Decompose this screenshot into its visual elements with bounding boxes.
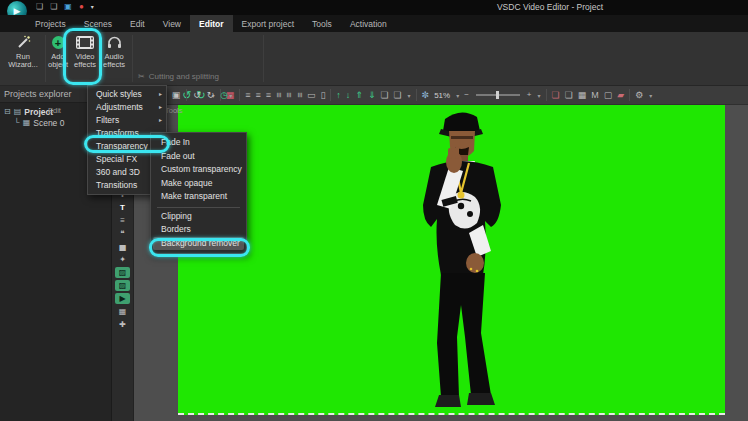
zoom-in-icon[interactable]: + — [527, 89, 532, 101]
add-object-icon: + — [52, 34, 65, 51]
align-right-icon[interactable]: ≡ — [266, 89, 271, 101]
menu-item-filters[interactable]: Filters▸ — [88, 114, 166, 127]
submenu-arrow-icon: ▸ — [159, 88, 162, 101]
zoom-level-value[interactable]: 51% — [434, 91, 450, 100]
image2-object-icon[interactable]: ▨ — [115, 280, 130, 291]
settings-caret-icon[interactable]: ▾ — [649, 92, 652, 99]
paste-icon[interactable]: ❏ — [380, 89, 388, 101]
ribbon: Run Wizard... + Add object Video effects… — [0, 32, 748, 86]
headphones-icon — [107, 34, 122, 51]
menu-edit[interactable]: Edit — [121, 15, 154, 32]
save-project-icon[interactable]: ▣ — [64, 1, 72, 13]
rotate-cw-icon[interactable]: ↻ — [207, 90, 215, 100]
transparency-submenu: Fade In Fade out Custom transparency Mak… — [150, 132, 247, 254]
fit-height-icon[interactable]: ▯ — [320, 89, 325, 101]
fill-icon[interactable]: ▰ — [617, 89, 624, 101]
fit-width-icon[interactable]: ▭ — [307, 89, 316, 101]
menu-item-fade-in[interactable]: Fade In — [151, 136, 246, 150]
zoom-slider-thumb[interactable] — [496, 91, 499, 99]
selection-icon[interactable]: ▢ — [604, 89, 613, 101]
paste-caret-icon[interactable]: ▾ — [408, 92, 411, 99]
menu-item-background-remover[interactable]: Background remover — [153, 237, 244, 251]
new-project-icon[interactable]: ❏ — [36, 1, 43, 13]
film-icon — [76, 34, 94, 51]
vsdc-window: ▶ ❏ ❏ ▣ ● ▾ VSDC Video Editor - Project … — [0, 0, 748, 421]
submenu-arrow-icon: ▸ — [159, 101, 162, 114]
send-back-icon[interactable]: ⇓ — [368, 89, 376, 101]
move-down-icon[interactable]: ↓ — [346, 89, 351, 101]
menu-item-clipping[interactable]: Clipping — [151, 210, 246, 224]
group-objects-icon[interactable]: ❏ — [552, 89, 560, 101]
snap-icon[interactable]: ✼ — [422, 89, 430, 101]
settings-gear-icon[interactable]: ⚙ — [635, 89, 643, 101]
add-object-button[interactable]: + Add object — [46, 34, 70, 78]
zoom-out-icon[interactable]: − — [464, 89, 469, 101]
audio-effects-button[interactable]: Audio effects — [100, 34, 128, 78]
quick-access-caret-icon[interactable]: ▾ — [91, 1, 94, 13]
menu-scenes[interactable]: Scenes — [75, 15, 121, 32]
open-project-icon[interactable]: ❏ — [50, 1, 57, 13]
cutting-splitting-label: Cutting and splitting — [149, 72, 219, 81]
speed-icon[interactable]: ◷▾ — [220, 90, 232, 100]
audio-effects-label: Audio effects — [100, 53, 128, 69]
menu-item-quick-styles[interactable]: Quick styles▸ — [88, 88, 166, 101]
quick-access-toolbar: ❏ ❏ ▣ ● ▾ — [36, 1, 94, 13]
tools-group-label: Tools — [165, 106, 183, 115]
grid-icon[interactable]: ▦ — [578, 89, 587, 101]
wand-icon — [16, 34, 31, 51]
menu-editor[interactable]: Editor — [190, 15, 233, 32]
crop-icon[interactable]: ▣ — [172, 90, 181, 100]
align-left-icon[interactable]: ≡ — [245, 89, 250, 101]
rotate-ccw-icon[interactable]: ↺ — [193, 90, 201, 100]
run-wizard-button[interactable]: Run Wizard... — [2, 34, 44, 78]
chart2-object-icon[interactable]: ▦ — [115, 306, 130, 317]
menu-item-adjustments[interactable]: Adjustments▸ — [88, 101, 166, 114]
animation-object-icon[interactable]: ✦ — [115, 254, 130, 265]
menu-tools[interactable]: Tools — [303, 15, 341, 32]
scissors-icon: ✂ — [138, 72, 145, 81]
window-title: VSDC Video Editor - Project — [440, 2, 660, 12]
clapper-icon: ▤ — [14, 107, 22, 116]
slider-caret-icon[interactable]: ▾ — [538, 92, 541, 99]
ribbon-separator — [263, 35, 264, 82]
video-effects-button[interactable]: Video effects — [70, 34, 100, 78]
scene-icon: ▦ — [23, 118, 31, 127]
move-up-icon[interactable]: ↑ — [336, 89, 341, 101]
align-center-icon[interactable]: ≡ — [256, 89, 261, 101]
title-bar: ▶ ❏ ❏ ▣ ● ▾ VSDC Video Editor - Project — [0, 0, 748, 15]
add-object-label: Add object — [46, 53, 70, 69]
paste-special-icon[interactable]: ❏ — [394, 89, 402, 101]
expander-icon[interactable]: ⊟ — [4, 107, 11, 116]
ungroup-objects-icon[interactable]: ❏ — [565, 89, 573, 101]
menu-bar: Projects Scenes Edit View Editor Export … — [0, 15, 748, 32]
scene-label: Scene 0 — [33, 118, 64, 128]
movement-object-icon[interactable]: ✚ — [115, 319, 130, 330]
menu-item-borders[interactable]: Borders — [151, 223, 246, 237]
video-effects-label: Video effects — [70, 53, 100, 69]
zoom-slider[interactable] — [476, 94, 520, 96]
subtitles-object-icon[interactable]: ≡ — [115, 215, 130, 226]
video-object-icon[interactable]: ▶ — [115, 293, 130, 304]
chart-object-icon[interactable]: ▅ — [115, 241, 130, 252]
green-screen-video-object[interactable] — [178, 105, 725, 415]
cutting-splitting-button[interactable]: ✂ Cutting and splitting — [138, 72, 219, 81]
menu-item-fade-out[interactable]: Fade out — [151, 150, 246, 164]
mask-icon[interactable]: M — [591, 89, 599, 101]
menu-projects[interactable]: Projects — [26, 15, 75, 32]
zoom-caret-icon[interactable]: ▾ — [456, 92, 459, 99]
run-wizard-label: Run Wizard... — [2, 53, 44, 69]
menu-export-project[interactable]: Export project — [233, 15, 303, 32]
record-icon[interactable]: ● — [79, 1, 84, 13]
menu-item-custom-transparency[interactable]: Custom transparency — [151, 163, 246, 177]
image-object-icon[interactable]: ▨ — [115, 267, 130, 278]
menu-activation[interactable]: Activation — [341, 15, 396, 32]
ribbon-separator — [132, 35, 133, 82]
menu-item-make-opaque[interactable]: Make opaque — [151, 177, 246, 191]
bring-front-icon[interactable]: ⇑ — [355, 89, 363, 101]
align-bottom-icon[interactable]: ≡ — [293, 92, 305, 97]
menu-view[interactable]: View — [154, 15, 190, 32]
tooltip-object-icon[interactable]: ❝ — [115, 228, 130, 239]
text-object-icon[interactable]: T — [115, 202, 130, 213]
menu-separator — [157, 207, 240, 208]
menu-item-make-transparent[interactable]: Make transparent — [151, 190, 246, 204]
